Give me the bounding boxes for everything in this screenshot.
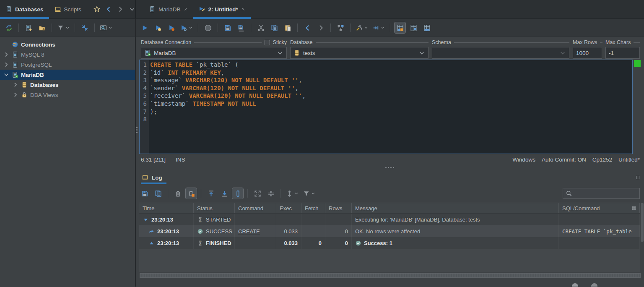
column-header-status[interactable]: Status bbox=[194, 203, 235, 213]
database-select[interactable]: tests bbox=[290, 47, 428, 59]
grid-settings-icon[interactable] bbox=[632, 206, 636, 210]
navigate-forward-button[interactable] bbox=[117, 6, 124, 13]
max-rows-input[interactable]: 1000 bbox=[573, 47, 602, 59]
tab-databases[interactable]: Databases bbox=[0, 0, 49, 18]
stop-button[interactable] bbox=[203, 22, 213, 33]
maximize-panel-button[interactable] bbox=[636, 175, 640, 180]
find-object-button[interactable] bbox=[99, 22, 113, 33]
copy-button[interactable] bbox=[269, 22, 280, 33]
column-header-time[interactable]: Time bbox=[139, 203, 194, 213]
log-row[interactable]: 23:20:13SUCCESSCREATE0.0330OK. No rows w… bbox=[139, 225, 640, 237]
log-row[interactable]: 23:20:13FINISHED0.03300Success: 1 bbox=[139, 237, 640, 249]
vertical-scrollbar[interactable] bbox=[640, 203, 644, 272]
expand-all-button[interactable] bbox=[252, 188, 263, 199]
splitter-grip[interactable] bbox=[385, 167, 394, 168]
sql-code[interactable]: CREATE TABLE `pk_table` (`id` INT PRIMAR… bbox=[149, 60, 306, 154]
execute-button[interactable] bbox=[139, 22, 150, 33]
log-view-text-button[interactable] bbox=[408, 22, 419, 33]
chevron-right-icon[interactable] bbox=[3, 52, 9, 57]
scripts-icon bbox=[55, 6, 61, 13]
tree-root-connections[interactable]: Connections bbox=[0, 39, 135, 50]
close-tab-button[interactable] bbox=[241, 7, 245, 11]
window-search-icon bbox=[100, 24, 107, 31]
sql-editor[interactable]: 12345678 CREATE TABLE `pk_table` (`id` I… bbox=[139, 60, 633, 154]
row-height-button[interactable] bbox=[285, 188, 299, 199]
refresh-button[interactable] bbox=[3, 22, 14, 33]
column-header-message[interactable]: Message bbox=[352, 203, 559, 213]
tree-item-label: Databases bbox=[30, 82, 59, 88]
column-header-sql-command[interactable]: SQL/Command bbox=[559, 203, 640, 213]
create-connection-button[interactable] bbox=[23, 22, 34, 33]
paste-button[interactable] bbox=[282, 22, 293, 33]
forward-button[interactable] bbox=[315, 22, 326, 33]
server-icon bbox=[149, 6, 156, 13]
bookmarks-button[interactable] bbox=[93, 6, 100, 13]
arrow-right-icon[interactable] bbox=[148, 228, 155, 235]
code-segment: `timestamp` bbox=[150, 100, 192, 107]
column-header-exec[interactable]: Exec bbox=[276, 203, 301, 213]
back-button[interactable] bbox=[302, 22, 313, 33]
explain-plan-button[interactable] bbox=[335, 22, 346, 33]
chevron-right-icon[interactable] bbox=[3, 62, 9, 68]
line-ending: Windows bbox=[512, 157, 535, 163]
horizontal-scrollbar[interactable] bbox=[139, 272, 641, 279]
export-log-button[interactable] bbox=[139, 188, 150, 199]
continue-on-error-button[interactable] bbox=[371, 22, 386, 33]
log-search-box[interactable] bbox=[563, 188, 640, 199]
log-row[interactable]: 23:20:13STARTEDExecuting for: 'MariaDB' … bbox=[139, 214, 640, 225]
max-chars-input[interactable]: -1 bbox=[605, 47, 640, 59]
execute-buffer-button[interactable] bbox=[166, 22, 177, 33]
copy-log-button[interactable] bbox=[153, 188, 164, 199]
create-folder-button[interactable] bbox=[36, 22, 47, 33]
log-view-both-button[interactable] bbox=[421, 22, 432, 33]
tools-button[interactable] bbox=[355, 22, 369, 33]
connection-select[interactable]: MariaDB bbox=[141, 47, 287, 59]
editor-tab-mariadb[interactable]: MariaDB bbox=[143, 0, 193, 18]
cut-button[interactable] bbox=[255, 22, 266, 33]
scroll-to-top-button[interactable] bbox=[205, 188, 216, 199]
chevron-down-icon[interactable] bbox=[3, 72, 9, 78]
filter-log-button[interactable] bbox=[302, 188, 316, 199]
close-tab-button[interactable] bbox=[184, 7, 188, 11]
log-table-empty-area bbox=[139, 249, 640, 272]
tri-up-icon[interactable] bbox=[148, 240, 155, 246]
sticky-checkbox[interactable] bbox=[265, 40, 270, 45]
editor-splitter-handle[interactable] bbox=[136, 127, 138, 133]
schema-select[interactable] bbox=[432, 47, 569, 59]
horizontal-splitter[interactable] bbox=[136, 165, 644, 171]
filter-connections-button[interactable] bbox=[56, 22, 70, 33]
column-header-rows[interactable]: Rows bbox=[325, 203, 352, 213]
horizontal-scrollbar-thumb[interactable] bbox=[140, 273, 641, 278]
chevron-right-icon[interactable] bbox=[13, 82, 18, 88]
save-as-button[interactable] bbox=[236, 22, 247, 33]
scroll-to-bottom-button[interactable] bbox=[219, 188, 230, 199]
search-input[interactable] bbox=[575, 190, 637, 197]
execute-options-button[interactable] bbox=[179, 22, 194, 33]
log-view-grid-button[interactable] bbox=[395, 22, 405, 33]
clear-log-button[interactable] bbox=[172, 188, 183, 199]
tab-scripts[interactable]: Scripts bbox=[49, 0, 87, 18]
save-button[interactable] bbox=[222, 22, 233, 33]
column-header-fetch[interactable]: Fetch bbox=[301, 203, 325, 213]
tail-log-button[interactable] bbox=[232, 188, 243, 199]
code-segment: INT PRIMARY KEY bbox=[168, 69, 221, 76]
editor-tab-2-untitled[interactable]: 2: Untitled* bbox=[193, 0, 251, 18]
tree-item-databases[interactable]: Databases bbox=[0, 80, 135, 90]
command-link[interactable]: CREATE bbox=[238, 228, 260, 235]
rows-cell bbox=[325, 214, 352, 225]
tab-history-dropdown[interactable] bbox=[129, 6, 135, 13]
vertical-scrollbar-thumb[interactable] bbox=[641, 203, 644, 242]
tree-item-mysql-8[interactable]: MySQL 8 bbox=[0, 50, 135, 60]
navigate-back-button[interactable] bbox=[105, 6, 112, 13]
collapse-all-button[interactable] bbox=[79, 22, 90, 33]
tri-down-icon[interactable] bbox=[143, 217, 149, 223]
execute-current-button[interactable] bbox=[153, 22, 164, 33]
tree-item-postgresql[interactable]: PostgreSQL bbox=[0, 60, 135, 70]
column-header-command[interactable]: Command bbox=[235, 203, 276, 213]
tab-log[interactable]: Log bbox=[141, 171, 169, 184]
tree-item-mariadb[interactable]: MariaDB bbox=[0, 70, 135, 80]
auto-clear-log-button[interactable] bbox=[186, 188, 197, 199]
tree-item-dba-views[interactable]: DBA Views bbox=[0, 90, 135, 100]
collapse-rows-button[interactable] bbox=[265, 188, 276, 199]
chevron-right-icon[interactable] bbox=[13, 92, 18, 98]
